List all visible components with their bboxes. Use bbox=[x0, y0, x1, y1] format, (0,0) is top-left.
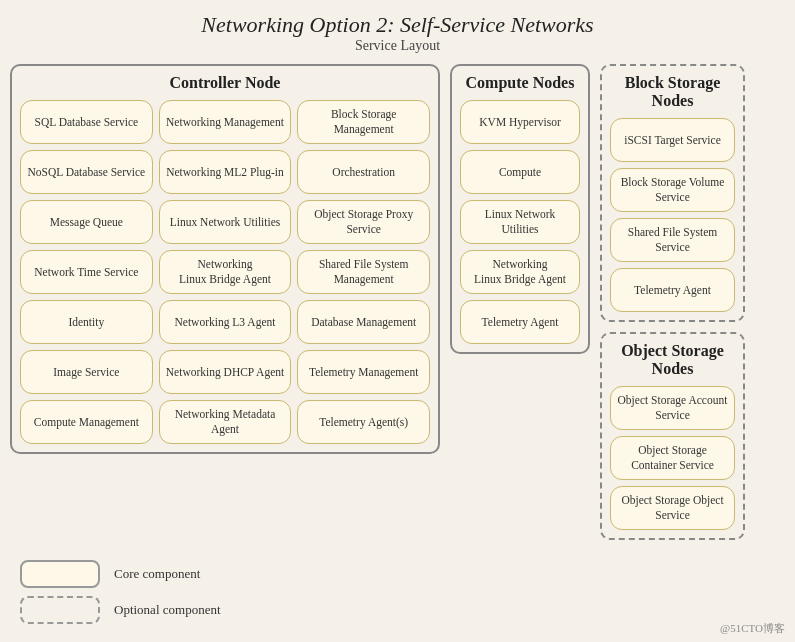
list-item: Networking DHCP Agent bbox=[159, 350, 292, 394]
list-item: Telemetry Agent(s) bbox=[297, 400, 430, 444]
optional-legend-label: Optional component bbox=[114, 602, 221, 618]
controller-node: Controller Node SQL Database Service Net… bbox=[10, 64, 440, 454]
list-item: Shared File System Management bbox=[297, 250, 430, 294]
list-item: Compute bbox=[460, 150, 580, 194]
list-item: Object Storage Account Service bbox=[610, 386, 735, 430]
object-storage-nodes: Object Storage Nodes Object Storage Acco… bbox=[600, 332, 745, 540]
list-item: Networking ML2 Plug-in bbox=[159, 150, 292, 194]
optional-legend-box bbox=[20, 596, 100, 624]
block-storage-nodes-title: Block Storage Nodes bbox=[610, 74, 735, 110]
list-item: Message Queue bbox=[20, 200, 153, 244]
legend: Core component Optional component bbox=[0, 550, 795, 634]
list-item: Telemetry Agent bbox=[460, 300, 580, 344]
controller-services-grid: SQL Database Service Networking Manageme… bbox=[20, 100, 430, 444]
compute-nodes: Compute Nodes KVM Hypervisor Compute Lin… bbox=[450, 64, 590, 354]
list-item: Identity bbox=[20, 300, 153, 344]
block-storage-nodes: Block Storage Nodes iSCSI Target Service… bbox=[600, 64, 745, 322]
list-item: NetworkingLinux Bridge Agent bbox=[460, 250, 580, 294]
object-storage-services-grid: Object Storage Account Service Object St… bbox=[610, 386, 735, 530]
list-item: NoSQL Database Service bbox=[20, 150, 153, 194]
list-item: Shared File System Service bbox=[610, 218, 735, 262]
right-column: Block Storage Nodes iSCSI Target Service… bbox=[600, 64, 745, 540]
core-legend-box bbox=[20, 560, 100, 588]
list-item: Database Management bbox=[297, 300, 430, 344]
list-item: Orchestration bbox=[297, 150, 430, 194]
list-item: Telemetry Agent bbox=[610, 268, 735, 312]
object-storage-nodes-title: Object Storage Nodes bbox=[610, 342, 735, 378]
list-item: Image Service bbox=[20, 350, 153, 394]
page-subtitle: Service Layout bbox=[0, 38, 795, 54]
main-layout: Controller Node SQL Database Service Net… bbox=[0, 64, 795, 550]
list-item: Network Time Service bbox=[20, 250, 153, 294]
page-title: Networking Option 2: Self-Service Networ… bbox=[0, 12, 795, 38]
list-item: NetworkingLinux Bridge Agent bbox=[159, 250, 292, 294]
core-legend-label: Core component bbox=[114, 566, 200, 582]
watermark: @51CTO博客 bbox=[720, 621, 785, 636]
list-item: Block Storage Management bbox=[297, 100, 430, 144]
list-item: Object Storage Object Service bbox=[610, 486, 735, 530]
legend-optional: Optional component bbox=[20, 596, 775, 624]
list-item: Telemetry Management bbox=[297, 350, 430, 394]
list-item: Networking L3 Agent bbox=[159, 300, 292, 344]
list-item: SQL Database Service bbox=[20, 100, 153, 144]
list-item: Compute Management bbox=[20, 400, 153, 444]
controller-node-title: Controller Node bbox=[20, 74, 430, 92]
list-item: Block Storage Volume Service bbox=[610, 168, 735, 212]
list-item: Linux Network Utilities bbox=[460, 200, 580, 244]
block-storage-services-grid: iSCSI Target Service Block Storage Volum… bbox=[610, 118, 735, 312]
list-item: iSCSI Target Service bbox=[610, 118, 735, 162]
list-item: Linux Network Utilities bbox=[159, 200, 292, 244]
legend-core: Core component bbox=[20, 560, 775, 588]
compute-nodes-title: Compute Nodes bbox=[460, 74, 580, 92]
list-item: Networking Metadata Agent bbox=[159, 400, 292, 444]
list-item: Object Storage Proxy Service bbox=[297, 200, 430, 244]
compute-services-grid: KVM Hypervisor Compute Linux Network Uti… bbox=[460, 100, 580, 344]
list-item: Object Storage Container Service bbox=[610, 436, 735, 480]
list-item: Networking Management bbox=[159, 100, 292, 144]
list-item: KVM Hypervisor bbox=[460, 100, 580, 144]
